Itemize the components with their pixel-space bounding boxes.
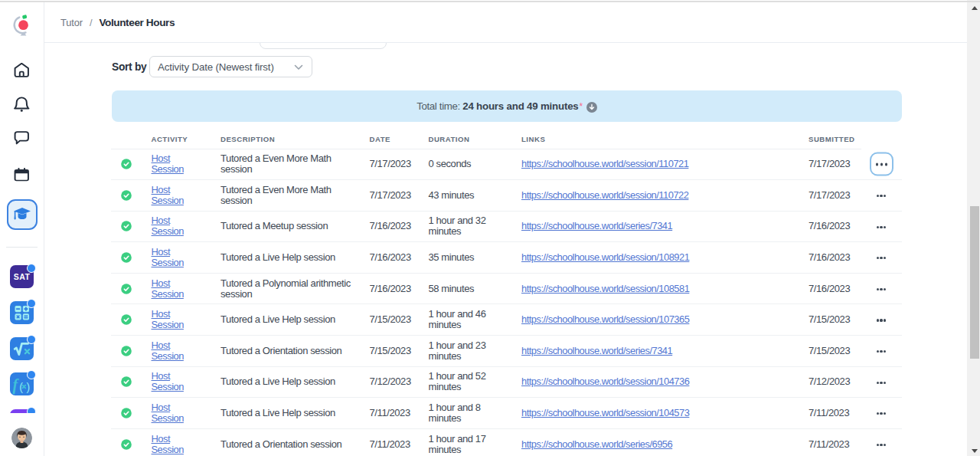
svg-text:(: ( bbox=[19, 381, 23, 393]
svg-text:): ) bbox=[27, 381, 31, 393]
